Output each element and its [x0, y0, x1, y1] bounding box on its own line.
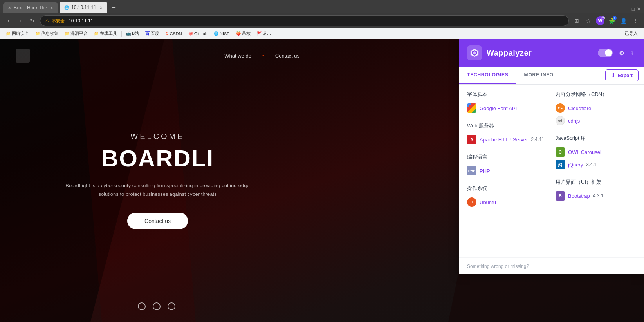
- bookmark-lan[interactable]: 🚩 蓝…: [254, 29, 274, 38]
- hero-title: BOARDLI: [16, 145, 299, 172]
- profile-icon[interactable]: 👤: [618, 15, 629, 26]
- category-os: 操作系统 U Ubuntu: [467, 185, 548, 208]
- category-cdn-title: 内容分发网络（CDN）: [556, 91, 636, 98]
- panel-col-left: 字体脚本 Google Font API Web 服务器 A Apache HT…: [467, 91, 548, 251]
- wrong-or-missing-link[interactable]: Something wrong or missing?: [467, 264, 529, 269]
- tab-1-close[interactable]: ✕: [50, 6, 53, 10]
- category-web-server-title: Web 服务器: [467, 122, 548, 129]
- insecure-icon: ⚠: [45, 18, 49, 24]
- nav-dot: •: [262, 52, 264, 59]
- window-controls: ─ □ ✕: [626, 6, 641, 13]
- wappalyzer-logo-icon: [470, 48, 479, 58]
- bookmark-csdn[interactable]: C CSDN: [163, 30, 184, 37]
- site-nav-links: What we do • Contact us: [224, 52, 299, 59]
- bootstrap-version: 4.3.1: [593, 193, 604, 199]
- hero-dots: [138, 302, 175, 310]
- more-options-icon[interactable]: ⋮: [630, 15, 641, 26]
- hero-dot-3[interactable]: [168, 302, 175, 310]
- hero-contact-button[interactable]: Contact us: [127, 213, 188, 229]
- address-field[interactable]: ⚠ 不安全 10.10.11.11: [40, 15, 569, 26]
- site-logo: [16, 49, 30, 63]
- tab-more-info[interactable]: MORE INFO: [516, 67, 561, 84]
- tech-item-owl-carousel: O OWL Carousel: [556, 146, 636, 158]
- panel-header-controls: ⚙ ☾: [598, 49, 636, 57]
- wappalyzer-title: Wappalyzer: [487, 49, 532, 58]
- dark-mode-icon[interactable]: ☾: [631, 49, 636, 57]
- browser-chrome: ⚠ Box :: Hack The ✕ 🌐 10.10.11.11 ✕ + ─ …: [0, 0, 644, 13]
- add-tab-button[interactable]: +: [109, 2, 119, 13]
- tab-2-close[interactable]: ✕: [99, 5, 103, 10]
- bookmark-github[interactable]: 🐙 GitHub: [186, 30, 210, 37]
- hero-dot-2[interactable]: [153, 302, 161, 310]
- bookmark-security[interactable]: 📁 网络安全: [3, 29, 32, 38]
- forward-button[interactable]: ›: [15, 15, 26, 26]
- export-label: Export: [618, 73, 633, 78]
- panel-tabs: TECHNOLOGIES MORE INFO ⬇ Export: [459, 67, 644, 85]
- cdnjs-icon: cd: [556, 116, 565, 125]
- bookmark-icon[interactable]: ☆: [583, 15, 594, 26]
- bookmark-tools[interactable]: 📁 在线工具: [91, 29, 120, 38]
- php-icon: PHP: [467, 166, 476, 175]
- address-text: 10.10.11.11: [69, 18, 93, 24]
- tech-item-cloudflare: CF Cloudflare: [556, 102, 636, 114]
- panel-content: 字体脚本 Google Font API Web 服务器 A Apache HT…: [459, 85, 644, 257]
- tech-link-cloudflare[interactable]: Cloudflare: [568, 105, 591, 111]
- tech-item-php: PHP PHP: [467, 165, 548, 177]
- bookmark-bilibili[interactable]: 📺 B站: [123, 29, 142, 38]
- apache-icon: A: [467, 135, 476, 144]
- category-web-server: Web 服务器 A Apache HTTP Server 2.4.41: [467, 122, 548, 146]
- bookmark-nisp[interactable]: 🌐 NISP: [211, 30, 233, 37]
- bookmark-guohe[interactable]: 🍑 果核: [233, 29, 253, 38]
- google-font-icon: [467, 103, 476, 113]
- tab-technologies[interactable]: TECHNOLOGIES: [459, 67, 516, 84]
- tech-link-php[interactable]: PHP: [480, 168, 490, 174]
- tech-link-apache[interactable]: Apache HTTP Server: [480, 137, 528, 143]
- tab-2[interactable]: 🌐 10.10.11.11 ✕: [60, 2, 107, 13]
- reload-button[interactable]: ↻: [27, 15, 38, 26]
- tech-link-cdnjs[interactable]: cdnjs: [568, 118, 580, 124]
- hero-desc: BoardLight is a cybersecurity consulting…: [64, 181, 252, 199]
- panel-toggle[interactable]: [598, 49, 613, 57]
- export-button[interactable]: ⬇ Export: [605, 69, 639, 81]
- category-prog-lang-title: 编程语言: [467, 154, 548, 161]
- back-button[interactable]: ‹: [3, 15, 14, 26]
- category-js-lib-title: JavaScript 库: [556, 135, 636, 142]
- bootstrap-icon: B: [556, 191, 565, 201]
- bookmark-info-gather[interactable]: 📁 信息收集: [32, 29, 61, 38]
- extensions-icon[interactable]: 🧩 7: [606, 15, 617, 26]
- insecure-label: 不安全: [52, 18, 65, 24]
- tech-link-bootstrap[interactable]: Bootstrap: [568, 193, 590, 199]
- wappalyzer-panel: Wappalyzer ⚙ ☾ TECHNOLOGIES MORE INFO: [459, 39, 644, 274]
- wappalyzer-logo: [467, 45, 482, 60]
- hero-welcome: WELCOME: [16, 132, 299, 141]
- bookmark-vuln[interactable]: 📁 漏洞平台: [62, 29, 90, 38]
- wappalyzer-icon[interactable]: W 7: [595, 15, 606, 26]
- bookmark-baidu[interactable]: 百 百度: [143, 29, 162, 38]
- tab-1-title: Box :: Hack The: [14, 5, 47, 11]
- address-bar-row: ‹ › ↻ ⚠ 不安全 10.10.11.11 ⊞ ☆ W 7 🧩 7 👤 ⋮: [0, 13, 644, 28]
- tab-2-title: 10.10.11.11: [71, 5, 96, 10]
- hero-section: WELCOME BOARDLI BoardLight is a cybersec…: [0, 132, 315, 229]
- tab-2-favicon: 🌐: [64, 5, 69, 10]
- jquery-icon: jQ: [556, 160, 565, 169]
- nav-link-what-we-do[interactable]: What we do: [224, 53, 251, 59]
- owl-carousel-icon: O: [556, 147, 565, 157]
- ubuntu-icon: U: [467, 197, 476, 207]
- settings-icon[interactable]: ⚙: [619, 49, 624, 57]
- tech-item-apache: A Apache HTTP Server 2.4.41: [467, 133, 548, 146]
- tech-link-ubuntu[interactable]: Ubuntu: [480, 199, 496, 205]
- tech-link-jquery[interactable]: jQuery: [568, 162, 583, 168]
- nav-link-contact[interactable]: Contact us: [275, 53, 299, 59]
- hero-dot-1[interactable]: [138, 302, 146, 310]
- cloudflare-icon: CF: [556, 103, 565, 113]
- tab-1[interactable]: ⚠ Box :: Hack The ✕: [3, 2, 58, 13]
- toolbar-icons: ⊞ ☆ W 7 🧩 7 👤 ⋮: [571, 15, 641, 26]
- nav-buttons: ‹ › ↻: [3, 15, 38, 26]
- translate-icon[interactable]: ⊞: [571, 15, 582, 26]
- already-imported: 已导入: [625, 31, 641, 36]
- apache-version: 2.4.41: [531, 137, 544, 142]
- tech-item-jquery: jQ jQuery 3.4.1: [556, 158, 636, 171]
- jquery-version: 3.4.1: [586, 162, 597, 167]
- tech-link-google-font[interactable]: Google Font API: [480, 105, 517, 111]
- tech-link-owl-carousel[interactable]: OWL Carousel: [568, 149, 601, 155]
